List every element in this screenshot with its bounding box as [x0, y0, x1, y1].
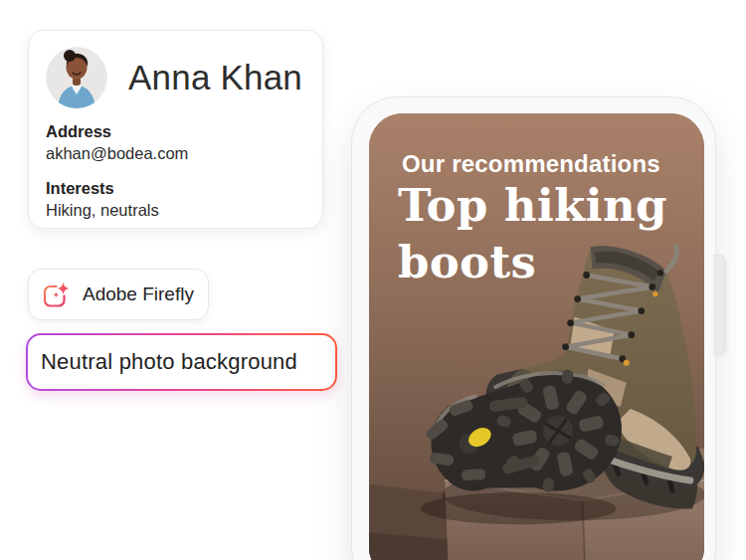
profile-name: Anna Khan	[128, 58, 302, 97]
screen-eyebrow: Our recommendations	[402, 150, 660, 178]
phone-mockup: Our recommendations Top hiking boots	[351, 96, 716, 560]
interests-label: Interests	[46, 178, 305, 199]
address-label: Address	[46, 121, 305, 142]
profile-header: Anna Khan	[46, 47, 305, 108]
adobe-firefly-button[interactable]: Adobe Firefly	[28, 269, 209, 320]
adobe-firefly-icon	[43, 281, 70, 308]
avatar-illustration	[46, 47, 107, 108]
headline-line-2: boots	[398, 234, 667, 290]
prompt-text: Neutral photo background	[41, 349, 297, 375]
prompt-input[interactable]: Neutral photo background	[26, 333, 337, 391]
profile-card: Anna Khan Address akhan@bodea.com Intere…	[28, 30, 323, 229]
phone-screen: Our recommendations Top hiking boots	[369, 113, 704, 560]
phone-side-button	[713, 255, 725, 354]
prompt-input-inner: Neutral photo background	[28, 335, 335, 389]
screen-headline: Top hiking boots	[398, 177, 667, 290]
interests-value: Hiking, neutrals	[46, 199, 305, 221]
profile-field-interests: Interests Hiking, neutrals	[46, 178, 305, 221]
avatar	[46, 47, 107, 108]
headline-line-1: Top hiking	[398, 177, 667, 234]
profile-field-address: Address akhan@bodea.com	[46, 121, 305, 164]
adobe-firefly-label: Adobe Firefly	[83, 283, 194, 305]
address-value: akhan@bodea.com	[46, 142, 305, 164]
